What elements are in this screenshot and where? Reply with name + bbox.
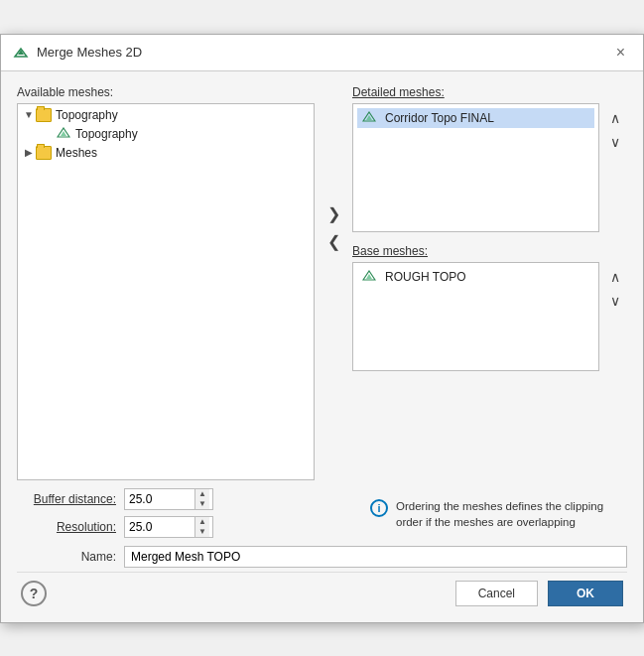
name-row: Name: <box>17 546 627 568</box>
remove-detailed-button[interactable]: ❮ <box>323 232 344 252</box>
detailed-meshes-label: Detailed meshes: <box>352 85 627 99</box>
base-meshes-list[interactable]: ROUGH TOPO <box>352 262 599 371</box>
left-panel: Available meshes: ▼ Topography <box>17 85 315 480</box>
right-panel: Detailed meshes: <box>352 85 627 371</box>
main-panels: Available meshes: ▼ Topography <box>17 85 627 480</box>
resolution-up-arrow[interactable]: ▲ <box>195 517 209 527</box>
detailed-up-button[interactable]: ∧ <box>608 109 622 127</box>
bottom-row: ? Cancel OK <box>17 572 627 612</box>
resolution-spinbox[interactable]: ▲ ▼ <box>124 516 213 538</box>
detailed-section: Detailed meshes: <box>352 85 627 232</box>
base-item-0[interactable]: ROUGH TOPO <box>357 267 594 287</box>
mesh-icon-topography <box>56 126 71 142</box>
buffer-down-arrow[interactable]: ▼ <box>195 499 209 509</box>
dialog-body: Available meshes: ▼ Topography <box>1 71 643 622</box>
info-icon: i <box>370 499 388 517</box>
resolution-spin-arrows: ▲ ▼ <box>194 517 209 537</box>
base-updown-col: ∧ ∨ <box>603 262 627 310</box>
ok-button[interactable]: OK <box>548 581 623 606</box>
resolution-input[interactable] <box>125 517 194 537</box>
detailed-item-label-0: Corridor Topo FINAL <box>385 111 494 125</box>
buffer-input[interactable] <box>125 489 194 509</box>
folder-icon-meshes <box>36 146 52 160</box>
buffer-up-arrow[interactable]: ▲ <box>195 489 209 499</box>
available-meshes-label: Available meshes: <box>17 85 315 99</box>
base-up-button[interactable]: ∧ <box>608 268 622 286</box>
detailed-updown-col: ∧ ∨ <box>603 103 627 151</box>
title-bar: Merge Meshes 2D × <box>1 35 643 71</box>
dialog-title: Merge Meshes 2D <box>37 45 142 60</box>
tree-label-topography-folder: Topography <box>56 108 118 122</box>
tree-item-folder-topography[interactable]: ▼ Topography <box>18 106 314 124</box>
base-section: Base meshes: <box>352 244 627 371</box>
base-meshes-label: Base meshes: <box>352 244 627 258</box>
expand-icon-meshes-folder[interactable]: ▶ <box>22 147 36 158</box>
available-meshes-tree[interactable]: ▼ Topography Topography <box>17 103 315 480</box>
left-arrow-col: ❯ ❮ <box>315 85 352 252</box>
name-label: Name: <box>17 550 116 564</box>
ok-cancel-row: Cancel OK <box>455 581 623 606</box>
base-list-container: ROUGH TOPO <box>352 262 599 371</box>
detailed-item-0[interactable]: Corridor Topo FINAL <box>357 108 594 128</box>
detailed-mesh-icon-0 <box>361 110 377 126</box>
tree-label-topography-mesh: Topography <box>75 127 138 141</box>
base-mesh-icon-0 <box>361 269 377 285</box>
buffer-row: Buffer distance: ▲ ▼ <box>17 488 354 510</box>
detailed-meshes-list[interactable]: Corridor Topo FINAL <box>352 103 599 232</box>
cancel-button[interactable]: Cancel <box>455 581 538 606</box>
close-button[interactable]: × <box>610 43 631 63</box>
resolution-label: Resolution: <box>17 520 116 534</box>
buffer-spinbox[interactable]: ▲ ▼ <box>124 488 213 510</box>
bottom-right-info: i Ordering the meshes defines the clippi… <box>354 488 627 536</box>
tree-item-mesh-topography[interactable]: Topography <box>18 124 314 144</box>
detailed-list-container: Corridor Topo FINAL <box>352 103 599 232</box>
help-button[interactable]: ? <box>21 581 47 606</box>
base-item-label-0: ROUGH TOPO <box>385 270 466 284</box>
buffer-label: Buffer distance: <box>17 492 116 506</box>
resolution-row: Resolution: ▲ ▼ <box>17 516 354 538</box>
tree-item-folder-meshes[interactable]: ▶ Meshes <box>18 144 314 162</box>
info-row: i Ordering the meshes defines the clippi… <box>362 492 627 536</box>
dialog-icon <box>13 45 29 61</box>
detailed-list-row: Corridor Topo FINAL ∧ ∨ <box>352 103 627 232</box>
bottom-area: Buffer distance: ▲ ▼ Resolution: <box>17 488 627 538</box>
buffer-spin-arrows: ▲ ▼ <box>194 489 209 509</box>
add-detailed-button[interactable]: ❯ <box>323 204 344 224</box>
resolution-down-arrow[interactable]: ▼ <box>195 527 209 537</box>
merge-meshes-dialog: Merge Meshes 2D × Available meshes: ▼ To… <box>0 34 644 623</box>
folder-icon-topography <box>36 108 52 122</box>
expand-icon-topography-folder[interactable]: ▼ <box>22 109 36 120</box>
base-down-button[interactable]: ∨ <box>608 292 622 310</box>
base-list-row: ROUGH TOPO ∧ ∨ <box>352 262 627 371</box>
tree-label-meshes-folder: Meshes <box>56 146 97 160</box>
bottom-left: Buffer distance: ▲ ▼ Resolution: <box>17 488 354 538</box>
title-bar-left: Merge Meshes 2D <box>13 45 142 61</box>
name-input[interactable] <box>124 546 627 568</box>
info-text: Ordering the meshes defines the clipping… <box>396 498 619 530</box>
detailed-down-button[interactable]: ∨ <box>608 133 622 151</box>
